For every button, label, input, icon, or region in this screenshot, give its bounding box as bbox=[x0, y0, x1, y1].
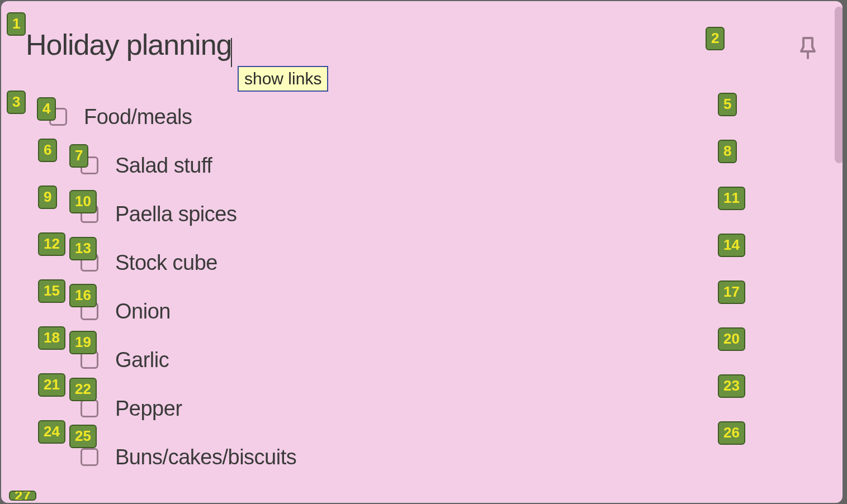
annotation-badge[interactable]: 6 bbox=[38, 139, 57, 162]
title-row: Holiday planning bbox=[26, 28, 818, 67]
annotation-badge-partial[interactable]: 27 bbox=[9, 491, 36, 501]
annotation-badge[interactable]: 24 bbox=[38, 420, 65, 444]
item-text[interactable]: Salad stuff bbox=[115, 154, 212, 178]
item-text[interactable]: Onion bbox=[115, 299, 171, 324]
item-text[interactable]: Garlic bbox=[115, 348, 169, 372]
content-area: Holiday planning Food/mealsSalad stuffPa… bbox=[1, 1, 843, 503]
annotation-badge[interactable]: 3 bbox=[7, 91, 26, 114]
annotation-badge[interactable]: 12 bbox=[38, 232, 65, 256]
annotation-badge[interactable]: 14 bbox=[718, 234, 745, 257]
list-item: Garlic bbox=[49, 348, 818, 372]
note-title[interactable]: Holiday planning bbox=[26, 28, 232, 61]
annotation-badge[interactable]: 2 bbox=[706, 27, 725, 50]
annotation-badge[interactable]: 11 bbox=[718, 187, 745, 210]
annotation-badge[interactable]: 15 bbox=[38, 279, 65, 303]
annotation-badge[interactable]: 13 bbox=[69, 237, 97, 260]
annotation-badge[interactable]: 9 bbox=[38, 186, 57, 209]
list-item: Pepper bbox=[49, 397, 818, 421]
checklist: Food/mealsSalad stuffPaella spicesStock … bbox=[26, 105, 818, 469]
checkbox[interactable] bbox=[81, 400, 98, 417]
list-item: Buns/cakes/biscuits bbox=[49, 445, 818, 469]
annotation-badge[interactable]: 7 bbox=[69, 144, 88, 168]
note-container: Holiday planning Food/mealsSalad stuffPa… bbox=[1, 1, 843, 503]
checkbox[interactable] bbox=[81, 448, 98, 466]
annotation-badge[interactable]: 4 bbox=[37, 97, 56, 121]
annotation-badge[interactable]: 20 bbox=[718, 327, 745, 351]
annotation-badge[interactable]: 18 bbox=[38, 326, 65, 350]
note-title-area[interactable]: Holiday planning bbox=[26, 28, 232, 67]
list-item: Onion bbox=[49, 299, 818, 324]
annotation-badge[interactable]: 26 bbox=[718, 421, 745, 445]
annotation-badge[interactable]: 1 bbox=[7, 12, 26, 36]
list-item: Salad stuff bbox=[49, 154, 818, 178]
annotation-badge[interactable]: 25 bbox=[69, 425, 97, 448]
item-text[interactable]: Food/meals bbox=[84, 105, 192, 129]
annotation-badge[interactable]: 8 bbox=[718, 140, 737, 163]
item-text[interactable]: Stock cube bbox=[115, 251, 217, 275]
show-links-tooltip: show links bbox=[238, 66, 328, 92]
annotation-badge[interactable]: 23 bbox=[718, 374, 745, 398]
list-item: Stock cube bbox=[49, 251, 818, 275]
item-text[interactable]: Buns/cakes/biscuits bbox=[115, 445, 296, 469]
item-text[interactable]: Pepper bbox=[115, 397, 182, 421]
item-text[interactable]: Paella spices bbox=[115, 202, 236, 226]
annotation-badge[interactable]: 10 bbox=[69, 190, 97, 213]
annotation-badge[interactable]: 5 bbox=[718, 93, 737, 116]
annotation-badge[interactable]: 22 bbox=[69, 378, 97, 401]
annotation-badge[interactable]: 19 bbox=[69, 331, 97, 354]
annotation-badge[interactable]: 17 bbox=[718, 280, 745, 304]
list-item: Food/meals bbox=[49, 105, 818, 129]
pin-icon[interactable] bbox=[798, 36, 818, 59]
annotation-badge[interactable]: 21 bbox=[38, 373, 65, 397]
list-item: Paella spices bbox=[49, 202, 818, 226]
annotation-badge[interactable]: 16 bbox=[69, 284, 97, 307]
